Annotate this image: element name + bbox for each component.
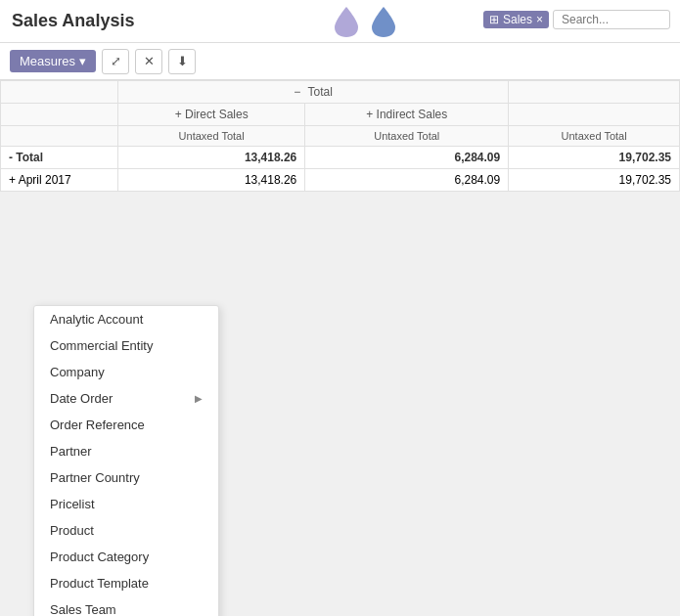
row-value-direct: 13,418.26 xyxy=(118,147,305,169)
dropdown-item[interactable]: Commercial Entity xyxy=(34,332,218,359)
download-icon: ⬇ xyxy=(177,54,188,68)
row-value-direct: 13,418.26 xyxy=(118,169,305,192)
dropdown-item[interactable]: Product xyxy=(34,517,218,544)
minus-icon[interactable]: − xyxy=(294,85,300,99)
funnel-icon: ⊞ xyxy=(489,13,499,26)
dropdown-item[interactable]: Product Template xyxy=(34,570,218,596)
untaxed-direct: Untaxed Total xyxy=(118,126,305,147)
col-sub-header-row: + Direct Sales + Indirect Sales xyxy=(1,104,680,126)
table-row: + April 201713,418.266,284.0919,702.35 xyxy=(1,169,680,192)
filter-tag-label: Sales xyxy=(503,13,532,26)
main-content: − Total + Direct Sales + Indirect Sales … xyxy=(0,80,680,616)
dropdown-item[interactable]: Product Category xyxy=(34,544,218,570)
dropdown-item[interactable]: Analytic Account xyxy=(34,306,218,332)
dropdown-item[interactable]: Date Order▶ xyxy=(34,385,218,412)
row-header-empty xyxy=(1,81,118,104)
cross-button[interactable]: ✕ xyxy=(135,49,162,74)
row-value-indirect: 6,284.09 xyxy=(305,169,509,192)
untaxed-indirect: Untaxed Total xyxy=(305,126,509,147)
col-indirect-header[interactable]: + Indirect Sales xyxy=(305,104,509,126)
untaxed-header-row: Untaxed Total Untaxed Total Untaxed Tota… xyxy=(1,126,680,147)
measures-arrow-icon: ▾ xyxy=(79,54,86,68)
download-button[interactable]: ⬇ xyxy=(168,49,196,74)
untaxed-total: Untaxed Total xyxy=(509,126,680,147)
droplet-icon-1 xyxy=(333,5,360,38)
col-empty-header xyxy=(509,81,680,104)
row-value-total: 19,702.35 xyxy=(509,169,680,192)
close-icon[interactable]: × xyxy=(536,13,543,26)
filter-tag[interactable]: ⊞ Sales × xyxy=(483,11,549,28)
untaxed-empty xyxy=(1,126,118,147)
pivot-table: − Total + Direct Sales + Indirect Sales … xyxy=(0,80,680,192)
page-title: Sales Analysis xyxy=(12,11,134,31)
dropdown-item[interactable]: Order Reference xyxy=(34,412,218,438)
dropdown-item[interactable]: Partner xyxy=(34,438,218,464)
measures-label: Measures xyxy=(20,54,75,68)
expand-icon: ⤢ xyxy=(111,54,121,68)
sub-header-empty xyxy=(1,104,118,126)
chevron-right-icon: ▶ xyxy=(195,393,203,404)
measures-button[interactable]: Measures ▾ xyxy=(10,50,96,72)
droplet-icon-2 xyxy=(370,5,397,38)
row-label[interactable]: + April 2017 xyxy=(1,169,118,192)
col-group-header-row: − Total xyxy=(1,81,680,104)
table-row: - Total13,418.266,284.0919,702.35 xyxy=(1,147,680,169)
filter-bar: ⊞ Sales × xyxy=(483,10,670,29)
pivot-table-wrapper: − Total + Direct Sales + Indirect Sales … xyxy=(0,80,680,192)
search-input[interactable] xyxy=(553,10,670,29)
dropdown-item[interactable]: Partner Country xyxy=(34,464,218,491)
row-value-indirect: 6,284.09 xyxy=(305,147,509,169)
toolbar: Measures ▾ ⤢ ✕ ⬇ xyxy=(0,43,680,80)
droplet-icons xyxy=(333,0,397,43)
col-total-sub-header xyxy=(509,104,680,126)
dropdown-menu: Analytic AccountCommercial EntityCompany… xyxy=(33,305,219,616)
col-total-header: − Total xyxy=(118,81,509,104)
col-direct-header[interactable]: + Direct Sales xyxy=(118,104,305,126)
header-bar: Sales Analysis ⊞ Sales × xyxy=(0,0,680,43)
dropdown-item[interactable]: Company xyxy=(34,359,218,385)
expand-button[interactable]: ⤢ xyxy=(102,49,129,74)
row-label[interactable]: - Total xyxy=(1,147,118,169)
pivot-body: - Total13,418.266,284.0919,702.35+ April… xyxy=(1,147,680,192)
row-value-total: 19,702.35 xyxy=(509,147,680,169)
cross-icon: ✕ xyxy=(144,54,155,68)
dropdown-item[interactable]: Sales Team xyxy=(34,596,218,616)
dropdown-item[interactable]: Pricelist xyxy=(34,491,218,517)
